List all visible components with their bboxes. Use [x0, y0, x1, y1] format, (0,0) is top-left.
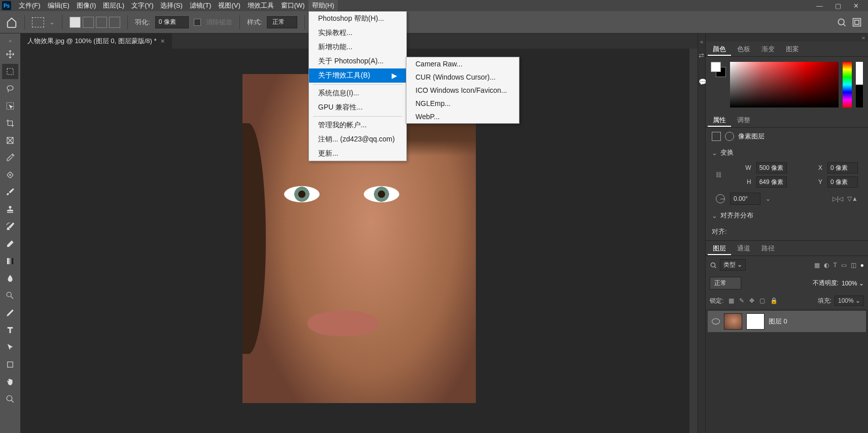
menu-file[interactable]: 文件(F) [15, 0, 44, 11]
menu-manage-account[interactable]: 管理我的帐户... [309, 118, 406, 132]
menu-tutorials[interactable]: 实操教程... [309, 26, 406, 40]
filter-text-icon[interactable]: T [833, 262, 837, 269]
maximize-icon[interactable]: ▢ [835, 2, 841, 10]
menu-layer[interactable]: 图层(L) [99, 0, 128, 11]
fill-input[interactable]: 100% ⌄ [835, 296, 864, 306]
menu-signout[interactable]: 注销... (zd423@qq.com) [309, 132, 406, 147]
filter-toggle-icon[interactable]: ● [860, 262, 864, 269]
feather-input[interactable] [155, 16, 189, 28]
menu-gpu-compat[interactable]: GPU 兼容性... [309, 100, 406, 115]
lock-transparent-icon[interactable]: ▦ [728, 297, 734, 304]
flip-vertical-icon[interactable]: ▽▲ [847, 195, 858, 202]
menu-whatsnew[interactable]: 新增功能... [309, 40, 406, 54]
tab-layers[interactable]: 图层 [708, 242, 731, 255]
y-input[interactable] [827, 176, 858, 188]
frame-icon[interactable] [852, 17, 862, 27]
menu-image[interactable]: 图像(I) [73, 0, 99, 11]
eraser-tool[interactable] [2, 236, 18, 251]
menu-view[interactable]: 视图(V) [215, 0, 244, 11]
lock-pixels-icon[interactable]: ✎ [739, 297, 744, 304]
tab-swatches[interactable]: 色板 [732, 43, 755, 56]
blur-tool[interactable] [2, 271, 18, 286]
tab-channels[interactable]: 通道 [732, 242, 755, 255]
dropdown-icon[interactable]: ⌄ [49, 18, 55, 26]
brush-tool[interactable] [2, 185, 18, 200]
expand-panels-icon[interactable]: « [697, 38, 706, 46]
menu-type[interactable]: 文字(Y) [128, 0, 157, 11]
color-picker[interactable] [730, 62, 839, 107]
close-tab-icon[interactable]: × [160, 33, 164, 49]
tab-paths[interactable]: 路径 [756, 242, 780, 255]
hand-tool[interactable] [2, 374, 18, 389]
lock-all-icon[interactable]: 🔒 [770, 297, 778, 304]
foreground-color[interactable] [711, 62, 721, 72]
close-icon[interactable]: ✕ [853, 2, 859, 10]
height-input[interactable] [756, 176, 787, 188]
transform-section-header[interactable]: 变换 [706, 145, 868, 160]
menu-plugins[interactable]: 增效工具 [244, 0, 277, 11]
filter-pixel-icon[interactable]: ▦ [814, 262, 820, 269]
layer-kind-select[interactable]: 类型 ⌄ [720, 259, 746, 271]
toolbar-expand-icon[interactable]: » [6, 37, 15, 45]
pen-tool[interactable] [2, 305, 18, 320]
home-icon[interactable] [6, 17, 17, 28]
intersect-selection-icon[interactable] [109, 17, 120, 28]
search-icon[interactable] [837, 17, 847, 27]
stamp-tool[interactable] [2, 202, 18, 217]
brightness-slider[interactable] [856, 62, 863, 107]
path-select-tool[interactable] [2, 340, 18, 355]
angle-icon[interactable] [716, 194, 725, 203]
menu-window[interactable]: 窗口(W) [277, 0, 308, 11]
collapsed-panel-icon-1[interactable]: ⇄ [699, 52, 705, 72]
link-dimensions-icon[interactable]: ⛓ [716, 171, 725, 178]
menu-select[interactable]: 选择(S) [157, 0, 186, 11]
menu-filter[interactable]: 滤镜(T) [186, 0, 215, 11]
opacity-input[interactable]: 100% ⌄ [842, 280, 864, 287]
submenu-nglemp[interactable]: NGLEmp... [406, 97, 519, 110]
crop-tool[interactable] [2, 116, 18, 131]
tab-adjustments[interactable]: 调整 [732, 114, 755, 127]
submenu-webp[interactable]: WebP... [406, 110, 519, 123]
angle-dropdown-icon[interactable]: ⌄ [766, 195, 771, 202]
add-selection-icon[interactable] [83, 17, 94, 28]
new-selection-icon[interactable] [70, 17, 81, 28]
menu-about-plugins[interactable]: 关于增效工具(B)▶ [309, 68, 406, 83]
subtract-selection-icon[interactable] [96, 17, 107, 28]
tab-patterns[interactable]: 图案 [781, 43, 804, 56]
healing-tool[interactable] [2, 167, 18, 183]
layer-visibility-icon[interactable] [712, 318, 720, 324]
menu-updates[interactable]: 更新... [309, 147, 406, 161]
lasso-tool[interactable] [2, 81, 18, 96]
dodge-tool[interactable] [2, 288, 18, 303]
filter-smart-icon[interactable]: ◫ [851, 262, 856, 269]
lock-artboard-icon[interactable]: ▢ [759, 297, 765, 304]
object-select-tool[interactable] [2, 98, 18, 114]
submenu-cur[interactable]: CUR (Windows Cursor)... [406, 70, 519, 84]
text-tool[interactable] [2, 322, 18, 338]
layer-mask-thumbnail[interactable] [746, 313, 765, 330]
submenu-ico[interactable]: ICO Windows Icon/Favicon... [406, 84, 519, 97]
menu-system-info[interactable]: 系统信息(I)... [309, 86, 406, 100]
width-input[interactable] [756, 162, 787, 173]
eyedropper-tool[interactable] [2, 150, 18, 165]
collapse-panels-icon[interactable]: « [706, 33, 868, 42]
tab-gradients[interactable]: 渐变 [756, 43, 780, 56]
vertical-scrollbar[interactable] [689, 49, 698, 433]
tab-color[interactable]: 颜色 [708, 43, 731, 56]
minimize-icon[interactable]: — [816, 2, 823, 10]
menu-ps-help[interactable]: Photoshop 帮助(H)... [309, 12, 406, 26]
zoom-tool[interactable] [2, 391, 18, 407]
align-section-header[interactable]: 对齐并分布 [706, 208, 868, 223]
style-select[interactable]: 正常 [267, 16, 297, 28]
frame-tool[interactable] [2, 133, 18, 148]
filter-search-icon[interactable] [710, 262, 717, 269]
hue-slider[interactable] [843, 62, 852, 107]
menu-help[interactable]: 帮助(H) [308, 0, 338, 11]
gradient-tool[interactable] [2, 254, 18, 269]
lock-position-icon[interactable]: ✥ [749, 297, 754, 304]
filter-adjust-icon[interactable]: ◐ [824, 262, 829, 269]
menu-about-ps[interactable]: 关于 Photoshop(A)... [309, 54, 406, 68]
marquee-tool[interactable] [2, 64, 18, 79]
layer-thumbnail[interactable] [724, 313, 742, 330]
history-brush-tool[interactable] [2, 219, 18, 234]
